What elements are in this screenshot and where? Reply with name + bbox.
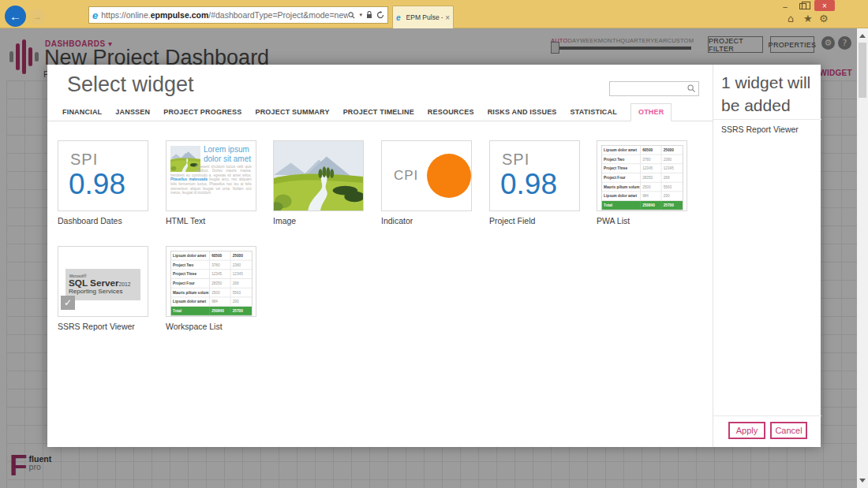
browser-chrome: ← → e https://online.epmpulse.com/#dashb… xyxy=(0,0,868,28)
browser-tools-gear-icon[interactable]: ⚙ xyxy=(819,13,829,24)
tab-project-timeline[interactable]: PROJECT TIMELINE xyxy=(343,108,414,121)
metric-value: 0.98 xyxy=(500,169,579,200)
tab-resources[interactable]: RESOURCES xyxy=(428,108,474,121)
widget-name: Dashboard Dates xyxy=(58,216,168,225)
browser-tab[interactable]: e EPM Pulse - New Project D... × xyxy=(392,6,454,28)
back-icon: ← xyxy=(9,9,21,23)
table-row: Project Four28350268 xyxy=(602,173,683,183)
window-minimize-button[interactable]: – xyxy=(778,2,792,11)
widget-name: Workspace List xyxy=(166,322,276,331)
restore-icon xyxy=(799,3,806,9)
landscape-image xyxy=(274,141,363,210)
sql-server-logo: Microsoft® SQL Server2012 Reporting Serv… xyxy=(65,269,140,300)
url-text: https://online.epmpulse.com/#dashboardTy… xyxy=(101,10,348,20)
table-row: Project Two37802380 xyxy=(602,155,683,164)
workspace-list-preview-table: Lipsum dolor amet6050025000Project Two37… xyxy=(170,251,253,316)
table-row: Mauris pilium solum25005563 xyxy=(171,289,252,298)
tab-close-icon[interactable]: × xyxy=(445,13,450,22)
divider xyxy=(713,415,821,416)
widget-card-dashboard-dates[interactable]: SPI 0.98 xyxy=(58,140,148,211)
scroll-down-icon[interactable] xyxy=(859,479,866,482)
scroll-up-icon[interactable] xyxy=(859,34,866,38)
window-close-button[interactable]: × xyxy=(814,0,835,11)
widget-card-workspace-list[interactable]: Lipsum dolor amet6050025000Project Two37… xyxy=(166,246,256,317)
refresh-icon[interactable] xyxy=(376,11,384,19)
window-restore-button[interactable] xyxy=(795,2,810,11)
metric-value: 0.98 xyxy=(69,169,148,200)
check-icon: ✓ xyxy=(64,297,72,308)
tab-title: EPM Pulse - New Project D... xyxy=(406,13,443,21)
tab-other[interactable]: OTHER xyxy=(630,103,672,121)
pwa-list-preview-table: Lipsum dolor amet6050025000Project Two37… xyxy=(601,145,683,210)
forward-icon: → xyxy=(32,11,42,22)
widget-name: Indicator xyxy=(381,216,492,225)
metric-label: CPI xyxy=(394,168,418,184)
table-row: Mauris pilium solum25005563 xyxy=(602,183,683,192)
scrollbar-thumb[interactable] xyxy=(859,43,866,98)
tab-risks-and-issues[interactable]: RISKS AND ISSUES xyxy=(488,108,557,121)
table-row: Project Three1234512345 xyxy=(602,164,683,173)
widget-name: Project Field xyxy=(489,216,600,225)
site-favicon: e xyxy=(92,9,98,21)
table-row: Project Two37802380 xyxy=(171,260,252,270)
search-input[interactable] xyxy=(610,84,687,93)
widget-name: PWA List xyxy=(597,216,707,225)
selected-widget-item: SSRS Report Viewer xyxy=(721,125,799,134)
page-scrollbar[interactable] xyxy=(857,28,868,488)
tab-favicon: e xyxy=(396,13,401,22)
browser-back-button[interactable]: ← xyxy=(5,6,26,27)
widget-search[interactable] xyxy=(609,81,699,96)
cancel-button[interactable]: Cancel xyxy=(770,422,807,439)
widget-category-tabs: FINANCIAL JANSSEN PROJECT PROGRESS PROJE… xyxy=(47,103,713,121)
table-row: Project Four28350268 xyxy=(171,279,252,289)
table-row: Lipsum dolor amet6050025000 xyxy=(171,251,252,261)
metric-label: SPI xyxy=(70,151,148,169)
search-icon[interactable] xyxy=(348,12,355,19)
widget-card-project-field[interactable]: SPI 0.98 xyxy=(489,140,580,211)
metric-label: SPI xyxy=(502,151,579,169)
tab-financial[interactable]: FINANCIAL xyxy=(62,108,102,121)
summary-heading: 1 widget will be added xyxy=(721,71,816,117)
search-icon xyxy=(687,84,696,93)
table-row: Lipsum dolor amet984290 xyxy=(171,297,252,307)
html-widget-body: Praesent tincidunt luctus velit quis dap… xyxy=(170,165,252,196)
widget-card-indicator[interactable]: CPI xyxy=(381,140,472,211)
table-row: Lipsum dolor amet984290 xyxy=(602,192,683,201)
address-bar[interactable]: e https://online.epmpulse.com/#dashboard… xyxy=(88,6,388,24)
dropdown-icon[interactable]: ▾ xyxy=(359,12,362,18)
tab-statistical[interactable]: STATISTICAL xyxy=(571,108,617,121)
favorites-star-icon[interactable]: ★ xyxy=(803,13,813,24)
selection-summary-panel: 1 widget will be added SSRS Report Viewe… xyxy=(713,65,821,447)
widget-name: Image xyxy=(273,216,383,225)
page-viewport: DASHBOARDS ▾ New Project Dashboard P AUT… xyxy=(0,28,857,488)
lock-icon xyxy=(366,11,372,19)
indicator-circle xyxy=(427,154,471,198)
table-row: Total25084025700 xyxy=(171,307,252,315)
selected-checkbox[interactable]: ✓ xyxy=(61,296,75,310)
table-row: Total25084025700 xyxy=(602,201,683,210)
home-icon[interactable]: ⌂ xyxy=(788,13,794,24)
tab-project-summary[interactable]: PROJECT SUMMARY xyxy=(255,108,329,121)
widget-card-image[interactable] xyxy=(273,140,364,211)
browser-forward-button[interactable]: → xyxy=(29,9,45,24)
widget-card-ssrs-report-viewer[interactable]: Microsoft® SQL Server2012 Reporting Serv… xyxy=(58,246,148,317)
widget-card-html-text[interactable]: Lorem ipsum dolor sit amet Praesent tinc… xyxy=(166,140,256,211)
dialog-title: Select widget xyxy=(67,73,194,97)
tab-project-progress[interactable]: PROJECT PROGRESS xyxy=(163,108,241,121)
table-row: Project Three1234512345 xyxy=(171,270,252,279)
minimize-icon: – xyxy=(783,2,788,11)
select-widget-dialog: Select widget FINANCIAL JANSSEN PROJECT … xyxy=(47,65,821,447)
close-icon: × xyxy=(822,2,827,10)
divider xyxy=(713,119,821,120)
table-row: Lipsum dolor amet6050025000 xyxy=(602,146,683,155)
widget-name: HTML Text xyxy=(166,216,276,225)
widget-card-pwa-list[interactable]: Lipsum dolor amet6050025000Project Two37… xyxy=(597,140,687,211)
apply-button[interactable]: Apply xyxy=(728,422,765,439)
tab-janssen[interactable]: JANSSEN xyxy=(115,108,150,121)
widget-name: SSRS Report Viewer xyxy=(58,322,168,331)
